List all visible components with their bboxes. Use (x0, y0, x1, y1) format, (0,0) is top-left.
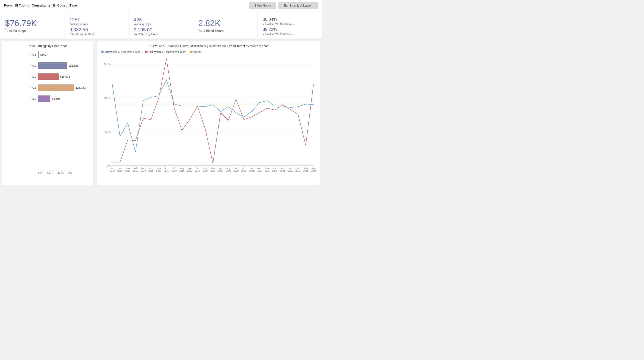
svg-text:Mar: Mar (141, 167, 145, 170)
x-axis-label: $30K (68, 171, 74, 174)
kpi-utilization: 30.04% Utilization % | Business ... 88.2… (258, 11, 322, 39)
bar-label: FY19 (27, 64, 36, 67)
svg-text:50%: 50% (105, 130, 111, 133)
bar-row: FY18$500 (27, 51, 74, 58)
x-axis-label: $0K (38, 171, 43, 174)
svg-text:Aug: Aug (180, 167, 184, 170)
svg-text:Sep: Sep (311, 167, 315, 170)
bar-row: FY21$28,163 (27, 84, 74, 91)
legend-label: Utilization % | Working Hours (105, 50, 141, 53)
svg-text:Jun: Jun (288, 167, 292, 170)
svg-text:100%: 100% (104, 96, 111, 99)
business-days-value: 1251 (69, 17, 124, 23)
bar-label: FY18 (27, 53, 36, 56)
util-business-value: 30.04% (263, 17, 317, 22)
legend-dot (145, 51, 148, 53)
svg-text:2021: 2021 (311, 170, 316, 172)
svg-text:Feb: Feb (257, 167, 261, 170)
svg-text:2018: 2018 (125, 170, 130, 172)
bar-row: FY20$15,975 (27, 73, 74, 80)
util-working-label: Utilization % | Working ... (263, 32, 317, 35)
bar-row: FY22$9,597 (27, 95, 74, 102)
svg-text:Jun: Jun (111, 167, 114, 170)
bar-label: FY20 (27, 75, 36, 78)
bar-fill (38, 73, 59, 80)
kpi-business-days: 1251 Business Days 9,382.50 Total Busine… (64, 11, 129, 39)
svg-text:0%: 0% (107, 164, 111, 167)
svg-text:Nov: Nov (203, 167, 207, 170)
svg-text:2021: 2021 (280, 170, 285, 172)
line-chart-wrapper: 0%50%100%150% Jun2018Sep2018Nov2018Feb20… (101, 55, 316, 182)
legend-item: Utilization % | Business Hours (145, 50, 186, 53)
svg-text:Apr: Apr (149, 167, 153, 170)
business-days-label: Business Days (69, 23, 124, 26)
working-days-label: Working Days (134, 23, 188, 26)
total-earnings-value: $76.79K (5, 19, 59, 28)
svg-text:2020: 2020 (210, 170, 215, 172)
bar-value: $28,163 (76, 86, 86, 89)
total-earnings-label: Total Earnings (5, 29, 59, 33)
svg-text:2019: 2019 (156, 170, 161, 172)
svg-text:2021: 2021 (303, 170, 308, 172)
svg-text:2019: 2019 (203, 170, 208, 172)
header-navigation: Billed Hours Earnings & Utilization (249, 2, 318, 9)
svg-text:Apr: Apr (219, 167, 222, 170)
svg-text:Sep: Sep (118, 167, 122, 170)
kpi-row: $76.79K Total Earnings 1251 Business Day… (0, 11, 322, 39)
bar-value: $22,553 (68, 64, 78, 67)
bar-fill (38, 95, 50, 102)
svg-text:2020: 2020 (241, 170, 246, 172)
line-chart-card: Utilization % | Working Hours, Utilizati… (97, 41, 320, 185)
svg-text:Feb: Feb (134, 167, 138, 170)
util-working-value: 88.22% (263, 27, 317, 32)
bar-chart-title: Total Earnings by Fiscal Year (6, 44, 89, 48)
svg-text:Jan: Jan (250, 167, 254, 170)
bar-chart-card: Total Earnings by Fiscal Year FY18$500FY… (2, 41, 93, 185)
svg-text:Aug: Aug (304, 167, 308, 170)
bar-label: FY22 (27, 97, 36, 100)
svg-text:2021: 2021 (257, 170, 262, 172)
svg-text:May: May (157, 167, 161, 170)
bar-fill (38, 62, 67, 69)
x-axis-label: $20K (58, 171, 64, 174)
svg-text:Mar: Mar (211, 167, 215, 170)
svg-text:May: May (280, 167, 285, 170)
svg-text:2020: 2020 (234, 170, 239, 172)
total-business-hours-label: Total Business Hours (69, 33, 124, 36)
svg-text:Oct: Oct (196, 167, 199, 170)
legend-label: Target (194, 50, 202, 53)
util-business-label: Utilization % | Business ... (263, 22, 317, 25)
legend-dot (101, 51, 104, 53)
total-working-hours-value: 3,195.00 (134, 27, 188, 33)
line-chart-svg: 0%50%100%150% Jun2018Sep2018Nov2018Feb20… (101, 55, 316, 181)
svg-text:2019: 2019 (187, 170, 192, 172)
svg-text:2019: 2019 (148, 170, 153, 172)
svg-text:Oct: Oct (242, 167, 246, 170)
svg-text:2018: 2018 (110, 170, 115, 172)
svg-text:Apr: Apr (273, 167, 277, 170)
bar-chart: FY18$500FY19$22,553FY20$15,975FY21$28,16… (6, 50, 89, 182)
bar-value: $15,975 (60, 75, 70, 78)
legend-label: Utilization % | Business Hours (149, 50, 186, 53)
svg-text:150%: 150% (104, 63, 111, 66)
svg-text:Aug: Aug (226, 167, 230, 170)
svg-text:2019: 2019 (164, 170, 169, 172)
billed-hours-nav-button[interactable]: Billed Hours (249, 2, 276, 9)
total-business-hours-value: 9,382.50 (69, 27, 124, 33)
svg-text:2021: 2021 (288, 170, 293, 172)
svg-text:Mar: Mar (265, 167, 269, 170)
app-title: Power BI Tool for Consultants | BI Consu… (4, 4, 77, 7)
svg-text:Jun: Jun (165, 167, 168, 170)
svg-text:2019: 2019 (133, 170, 138, 172)
bar-row: FY19$22,553 (27, 62, 74, 69)
svg-text:2019: 2019 (172, 170, 177, 172)
x-axis-label: $10K (47, 171, 53, 174)
working-days-value: 426 (134, 17, 188, 23)
svg-text:2019: 2019 (195, 170, 200, 172)
earnings-utilization-nav-button[interactable]: Earnings & Utilization (278, 2, 318, 9)
svg-text:2021: 2021 (249, 170, 254, 172)
svg-text:2021: 2021 (295, 170, 300, 172)
svg-text:2018: 2018 (118, 170, 123, 172)
chart-legend: Utilization % | Working HoursUtilization… (101, 50, 316, 53)
legend-item: Target (190, 50, 202, 53)
